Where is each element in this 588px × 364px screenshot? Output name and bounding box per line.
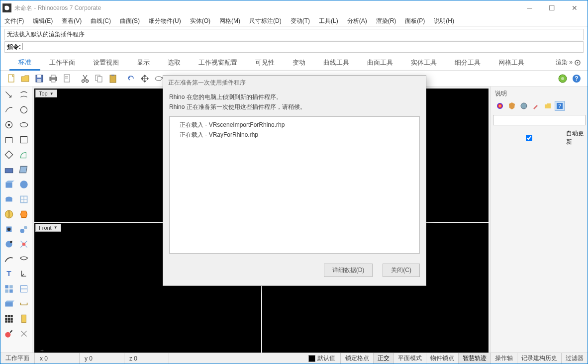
tool-icon-0[interactable]: [1, 88, 16, 102]
menu-item[interactable]: 查看(V): [62, 17, 82, 25]
tool-icon-14[interactable]: [1, 192, 16, 206]
status-toggle-5[interactable]: 操作轴: [490, 353, 517, 364]
tab-2[interactable]: 设置视图: [84, 55, 128, 70]
maximize-button[interactable]: ☐: [541, 0, 563, 15]
tab-5[interactable]: 工作视窗配置: [190, 55, 246, 70]
sphere-icon[interactable]: [519, 101, 529, 111]
menu-item[interactable]: 面板(P): [405, 17, 425, 25]
menu-item[interactable]: 细分物件(U): [149, 17, 181, 25]
status-toggle-7[interactable]: 过滤器: [561, 353, 588, 364]
tool-icon-17[interactable]: [16, 207, 31, 221]
menu-item[interactable]: 尺寸标注(D): [249, 17, 282, 25]
menu-item[interactable]: 实体(O): [190, 17, 210, 25]
auto-update-checkbox[interactable]: 自动更新: [493, 127, 586, 148]
viewport-label-top[interactable]: Top▼: [35, 90, 57, 97]
tool-icon-24[interactable]: T: [1, 267, 16, 281]
command-line[interactable]: 指令:: [4, 41, 584, 53]
tool-icon-7[interactable]: [16, 132, 31, 147]
material-icon[interactable]: [495, 101, 505, 111]
status-toggle-6[interactable]: 记录建构历史: [517, 353, 561, 364]
tool-icon-12[interactable]: [1, 177, 16, 191]
tool-icon-23[interactable]: [16, 252, 31, 266]
tool-icon-27[interactable]: [16, 281, 31, 296]
doc-props-icon[interactable]: [61, 73, 73, 85]
brush-icon[interactable]: [531, 101, 541, 111]
tool-icon-19[interactable]: [16, 222, 31, 236]
details-button[interactable]: 详细数据(D): [324, 264, 373, 277]
tool-icon-32[interactable]: [1, 326, 16, 341]
tab-10[interactable]: 实体工具: [402, 55, 446, 70]
menu-item[interactable]: 渲染(R): [376, 17, 396, 25]
new-icon[interactable]: [5, 73, 17, 85]
tool-icon-26[interactable]: [1, 281, 16, 296]
tool-icon-13[interactable]: [16, 177, 31, 191]
folder-icon[interactable]: [543, 101, 553, 111]
search-input[interactable]: [493, 115, 586, 125]
tab-6[interactable]: 可见性: [246, 55, 284, 70]
status-plane[interactable]: 工作平面: [0, 353, 35, 364]
tab-7[interactable]: 变动: [284, 55, 314, 70]
tool-icon-20[interactable]: [1, 237, 16, 251]
tab-8[interactable]: 曲线工具: [314, 55, 358, 70]
tab-11[interactable]: 细分工具: [446, 55, 490, 70]
tool-icon-8[interactable]: [1, 147, 16, 162]
status-toggle-1[interactable]: 正交: [373, 353, 393, 364]
gear-icon[interactable]: [574, 59, 582, 67]
status-toggle-0[interactable]: 锁定格点: [341, 353, 373, 364]
paste-icon[interactable]: [107, 73, 119, 85]
menu-item[interactable]: 文件(F): [4, 17, 24, 25]
pan-icon[interactable]: [139, 73, 151, 85]
status-layer[interactable]: 默认值: [303, 353, 341, 364]
tool-icon-22[interactable]: [1, 252, 16, 266]
tool-icon-29[interactable]: [16, 296, 31, 311]
tab-3[interactable]: 显示: [128, 55, 159, 70]
tool-icon-30[interactable]: [1, 311, 16, 326]
status-toggle-4[interactable]: 智慧轨迹: [458, 353, 490, 364]
copy-icon[interactable]: [93, 73, 105, 85]
tab-9[interactable]: 曲面工具: [358, 55, 402, 70]
tool-icon-18[interactable]: [1, 222, 16, 236]
status-toggle-3[interactable]: 物件锁点: [426, 353, 458, 364]
tool-icon-6[interactable]: [1, 132, 16, 147]
tool-icon-28[interactable]: [1, 296, 16, 311]
close-button[interactable]: ✕: [563, 0, 586, 15]
tool-icon-10[interactable]: [1, 162, 16, 177]
tool-icon-11[interactable]: [16, 162, 31, 177]
help-icon[interactable]: ?: [571, 73, 583, 85]
tool-icon-4[interactable]: [1, 117, 16, 132]
menu-item[interactable]: 曲面(S): [120, 17, 140, 25]
open-icon[interactable]: [19, 73, 31, 85]
tab-4[interactable]: 选取: [159, 55, 190, 70]
undo-icon[interactable]: [125, 73, 137, 85]
tool-icon-3[interactable]: [16, 102, 31, 117]
tool-icon-9[interactable]: [16, 147, 31, 162]
tool-icon-2[interactable]: [1, 102, 16, 117]
viewport-label-front[interactable]: Front▼: [35, 224, 61, 232]
tool-icon-33[interactable]: [16, 326, 31, 341]
tab-overflow[interactable]: 渲染 »: [556, 58, 573, 67]
tool-icon-15[interactable]: [16, 192, 31, 206]
save-icon[interactable]: [33, 73, 45, 85]
help-panel-icon[interactable]: ?: [555, 101, 565, 111]
tool-icon-16[interactable]: [1, 207, 16, 221]
tab-0[interactable]: 标准: [9, 55, 40, 71]
tool-icon-31[interactable]: [16, 311, 31, 326]
menu-item[interactable]: 说明(H): [434, 17, 454, 25]
menu-item[interactable]: 曲线(C): [91, 17, 111, 25]
render-icon[interactable]: [557, 73, 569, 85]
menu-item[interactable]: 编辑(E): [33, 17, 53, 25]
tab-1[interactable]: 工作平面: [40, 55, 84, 70]
menu-item[interactable]: 变动(T): [291, 17, 310, 25]
tool-icon-25[interactable]: [16, 267, 31, 281]
cut-icon[interactable]: [79, 73, 91, 85]
tab-12[interactable]: 网格工具: [490, 55, 533, 70]
tool-icon-1[interactable]: [16, 88, 31, 102]
tool-icon-21[interactable]: [16, 237, 31, 251]
close-dialog-button[interactable]: 关闭(C): [383, 264, 420, 277]
print-icon[interactable]: [47, 73, 59, 85]
shield-icon[interactable]: [507, 101, 517, 111]
tool-icon-5[interactable]: [16, 117, 31, 132]
menu-item[interactable]: 分析(A): [347, 17, 367, 25]
menu-item[interactable]: 网格(M): [219, 17, 240, 25]
status-toggle-2[interactable]: 平面模式: [393, 353, 426, 364]
